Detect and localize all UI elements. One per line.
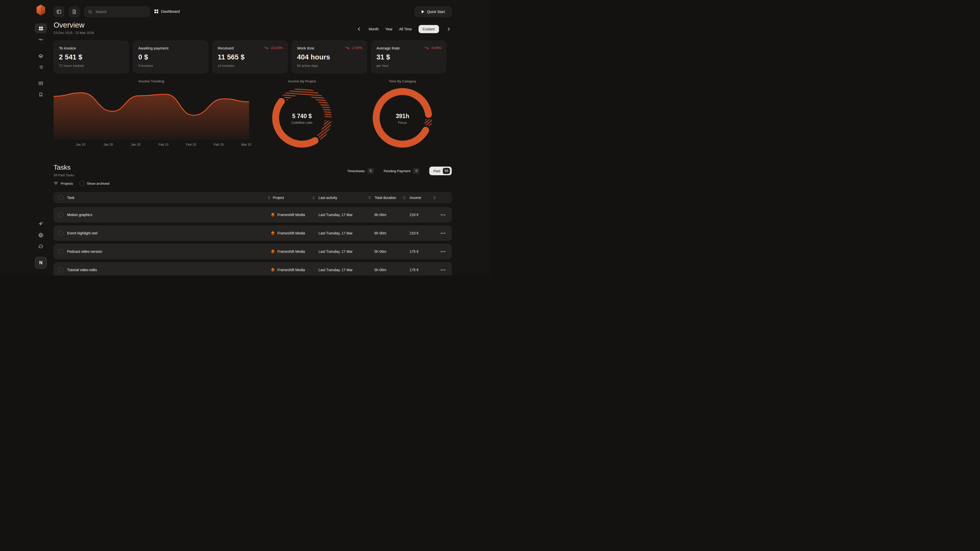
sidebar-item-bookmarks[interactable] xyxy=(38,92,43,97)
row-checkbox[interactable] xyxy=(59,268,63,272)
row-checkbox[interactable] xyxy=(59,213,63,217)
task-name: Motion graphics xyxy=(67,213,92,217)
task-name: Tutorial video edits xyxy=(67,268,97,272)
stat-value: 31 $ xyxy=(376,53,441,61)
row-menu-button[interactable] xyxy=(441,233,445,233)
message-card-icon xyxy=(38,81,43,86)
sort-total-duration-icon[interactable] xyxy=(403,196,406,200)
stat-card-average-rate: Average Rate -3.00% 31 $ per hour xyxy=(371,41,446,73)
stat-subtext: 0 invoices xyxy=(138,64,203,68)
x-tick: Jan 20 xyxy=(103,143,113,146)
row-checkbox[interactable] xyxy=(59,249,63,254)
new-document-button[interactable] xyxy=(69,6,80,17)
sort-project-icon[interactable] xyxy=(312,196,315,200)
x-tick: Feb 10 xyxy=(159,143,169,146)
row-menu-button[interactable] xyxy=(441,214,445,215)
sidebar-item-notes[interactable] xyxy=(38,81,43,86)
quick-start-button[interactable]: Quick Start xyxy=(414,6,452,17)
show-archived-checkbox[interactable] xyxy=(80,181,84,186)
period-month-button[interactable]: Month xyxy=(369,27,379,31)
period-year-button[interactable]: Year xyxy=(385,27,393,31)
sidebar-item-projects[interactable] xyxy=(38,54,43,59)
bookmark-icon xyxy=(38,92,43,97)
project-icon xyxy=(271,231,275,235)
income-by-project-title: Income By Project xyxy=(271,79,332,83)
grid-icon xyxy=(154,9,159,14)
donut-center-label: Codeflow Labs xyxy=(271,121,332,124)
toggle-sidebar-button[interactable] xyxy=(54,6,64,17)
show-archived-label: Show archived xyxy=(87,182,110,186)
tab-pending-payment[interactable]: Pending Payment 0 xyxy=(383,168,420,174)
income: 175 € xyxy=(410,249,418,254)
project-name: Frameshift Media xyxy=(277,268,305,272)
project-cell: Frameshift Media xyxy=(271,213,305,217)
sidebar-item-activity[interactable] xyxy=(38,37,43,42)
period-next-button[interactable] xyxy=(445,26,452,32)
row-menu-button[interactable] xyxy=(441,251,445,252)
period-custom-button[interactable]: Custom xyxy=(418,25,439,33)
sidebar-item-settings[interactable] xyxy=(38,233,43,238)
tab-count-badge: 59 xyxy=(443,168,450,174)
stat-value: 2 541 $ xyxy=(59,53,124,61)
stat-delta: -2.00% xyxy=(345,46,362,50)
tab-count-badge: 9 xyxy=(367,168,374,174)
project-icon xyxy=(271,268,275,272)
stat-delta: -13.00% xyxy=(264,46,283,50)
sort-task-icon[interactable] xyxy=(268,196,270,200)
tab-label: Pending Payment xyxy=(383,169,410,173)
projects-filter-button[interactable]: Projects xyxy=(54,182,73,186)
income: 210 € xyxy=(410,231,418,235)
period-prev-button[interactable] xyxy=(356,26,362,32)
stat-delta: -3.00% xyxy=(425,46,442,50)
sidebar-item-ai[interactable] xyxy=(38,221,43,226)
duration: 5h 00m xyxy=(374,249,387,254)
app-logo xyxy=(35,4,46,16)
sidebar-item-tasks[interactable] xyxy=(38,65,43,70)
table-row[interactable]: Tutorial video edits Frameshift Media La… xyxy=(54,262,452,275)
stat-subtext: 63 active days xyxy=(297,64,362,68)
tab-paid[interactable]: Paid 59 xyxy=(429,167,452,175)
project-icon xyxy=(271,249,275,254)
play-icon xyxy=(422,10,425,14)
filter-lines-icon xyxy=(54,182,58,185)
row-checkbox[interactable] xyxy=(59,231,63,235)
last-activity: Last Tuesday, 17 Mar xyxy=(318,231,353,235)
select-all-checkbox[interactable] xyxy=(59,195,63,200)
column-last-activity: Last activity xyxy=(318,196,337,200)
income-trending-title: Income Trending xyxy=(54,79,249,83)
message-dots-icon xyxy=(38,244,43,249)
x-tick: Jan 25 xyxy=(131,143,141,146)
sort-income-icon[interactable] xyxy=(433,196,436,200)
tasks-filters: Projects Show archived xyxy=(54,181,110,186)
duration: 6h 00m xyxy=(374,231,387,235)
donut-center-label: Focus xyxy=(372,121,433,124)
last-activity: Last Tuesday, 17 Mar xyxy=(318,213,353,217)
sidebar-item-feedback[interactable] xyxy=(38,244,43,249)
task-name: Podcast video version xyxy=(67,249,102,254)
stat-value: 11 565 $ xyxy=(218,53,282,61)
row-menu-button[interactable] xyxy=(441,269,445,270)
donut-center-value: 5 740 $ xyxy=(271,113,332,120)
period-all-time-button[interactable]: All Time xyxy=(399,27,412,31)
user-avatar[interactable]: N xyxy=(35,257,47,269)
project-cell: Frameshift Media xyxy=(271,249,305,254)
file-plus-icon xyxy=(72,9,77,14)
table-row[interactable]: Motion graphics Frameshift Media Last Tu… xyxy=(54,207,452,222)
show-archived-toggle[interactable]: Show archived xyxy=(80,181,110,186)
tab-timesheets[interactable]: Timesheets 9 xyxy=(347,168,374,174)
income: 175 € xyxy=(410,268,418,272)
sort-last-activity-icon[interactable] xyxy=(368,196,371,200)
stat-value: 404 hours xyxy=(297,53,362,61)
stat-card-to-invoice: To invoice 2 541 $ 71 hours tracked xyxy=(54,41,129,73)
column-income: Income xyxy=(410,196,422,200)
project-cell: Frameshift Media xyxy=(271,231,305,235)
table-row[interactable]: Podcast video version Frameshift Media L… xyxy=(54,244,452,259)
table-row[interactable]: Event highlight reel Frameshift Media La… xyxy=(54,225,452,241)
search-box[interactable] xyxy=(84,6,150,17)
stat-subtext: per hour xyxy=(376,64,441,68)
dashboard-grid-icon xyxy=(39,26,43,30)
search-input[interactable] xyxy=(95,10,146,14)
dashboard-app: Dashboard Quick Start xyxy=(0,0,490,275)
sidebar-item-dashboard[interactable] xyxy=(35,23,47,33)
income: 210 € xyxy=(410,213,418,217)
